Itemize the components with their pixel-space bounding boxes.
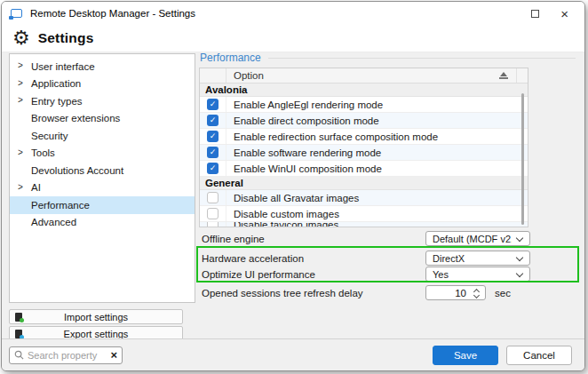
- export-settings-label: Export settings: [64, 329, 129, 339]
- table-scrollbar[interactable]: [521, 93, 524, 225]
- group-header-avalonia: Avalonia: [200, 84, 528, 97]
- option-column-header: Option: [226, 70, 264, 81]
- chevron-down-icon: [516, 254, 523, 261]
- checkbox-checked-icon[interactable]: ✓: [207, 163, 219, 174]
- gear-icon: ⚙: [12, 28, 30, 48]
- table-row[interactable]: Disable all Gravatar images: [200, 190, 528, 206]
- table-row[interactable]: ✓Enable direct composition mode: [200, 113, 528, 129]
- search-box[interactable]: ×: [9, 346, 123, 364]
- refresh-delay-unit: sec: [495, 288, 511, 298]
- option-label: Enable direct composition mode: [226, 115, 379, 126]
- chevron-right-icon: >: [18, 182, 23, 192]
- option-label: Disable all Gravatar images: [226, 193, 359, 203]
- hardware-acceleration-select[interactable]: DirectX: [425, 251, 530, 266]
- optimize-ui-performance-value: Yes: [433, 269, 449, 280]
- window-controls: ×: [531, 7, 577, 20]
- section-title: Performance: [200, 52, 261, 64]
- checkbox-cell: ✓: [200, 161, 226, 176]
- sidebar-item-label: Performance: [31, 200, 90, 211]
- option-label: Enable WinUI composition mode: [226, 163, 382, 174]
- offline-engine-value: Default (MCDF v2.0): [433, 234, 512, 244]
- spinner-arrows-icon[interactable]: [473, 287, 481, 299]
- maximize-icon: [531, 10, 539, 18]
- sidebar-item-devolutions-account[interactable]: Devolutions Account: [10, 162, 195, 179]
- sidebar-item-application[interactable]: >Application: [10, 76, 195, 93]
- clear-search-icon[interactable]: ×: [110, 349, 117, 361]
- option-label: Disable favicon images: [226, 222, 338, 227]
- sidebar-item-tools[interactable]: >Tools: [10, 145, 195, 163]
- refresh-delay-input[interactable]: [434, 286, 468, 299]
- options-table-header[interactable]: Option: [200, 68, 528, 84]
- settings-tree: >User interface>Application>Entry typesB…: [9, 53, 195, 303]
- sidebar-item-label: Advanced: [31, 217, 76, 227]
- checkbox-column-spacer: [200, 68, 226, 83]
- sidebar-item-label: Security: [31, 131, 68, 141]
- checkbox-checked-icon[interactable]: ✓: [207, 131, 219, 142]
- chevron-right-icon: >: [18, 147, 23, 157]
- sidebar-item-ai[interactable]: >AI: [10, 179, 195, 197]
- table-row[interactable]: ✓Enable AngleEgl rendering mode: [200, 97, 528, 113]
- option-label: Enable AngleEgl rendering mode: [226, 99, 383, 110]
- sidebar-item-label: Application: [31, 78, 81, 89]
- sidebar-item-label: User interface: [31, 61, 95, 72]
- optimize-ui-performance-label: Optimize UI performance: [202, 269, 315, 280]
- table-row[interactable]: Disable custom images: [200, 206, 528, 222]
- sidebar-item-label: Entry types: [31, 96, 83, 107]
- offline-engine-select[interactable]: Default (MCDF v2.0): [425, 231, 530, 246]
- options-table-body: Avalonia✓Enable AngleEgl rendering mode✓…: [200, 84, 528, 227]
- chevron-down-icon: [516, 235, 523, 242]
- close-button[interactable]: ×: [560, 7, 568, 20]
- search-icon: [14, 350, 24, 360]
- sidebar-item-advanced[interactable]: Advanced: [10, 214, 195, 232]
- chevron-down-icon: [516, 270, 523, 277]
- hardware-acceleration-value: DirectX: [433, 253, 465, 264]
- sidebar-item-label: AI: [31, 182, 41, 193]
- sidebar-item-label: Tools: [31, 147, 55, 158]
- group-header-label: Avalonia: [205, 84, 248, 95]
- page-header: ⚙ Settings: [2, 25, 584, 52]
- table-row[interactable]: Disable favicon images: [200, 222, 528, 227]
- checkbox-cell: ✓: [200, 129, 226, 144]
- sidebar-item-entry-types[interactable]: >Entry types: [10, 92, 195, 110]
- offline-engine-label: Offline engine: [202, 234, 265, 244]
- export-icon: [15, 330, 22, 338]
- group-header-label: General: [205, 178, 243, 188]
- section-header: Performance: [200, 52, 576, 64]
- sidebar-item-security[interactable]: Security: [10, 127, 195, 145]
- import-settings-button[interactable]: Import settings: [9, 309, 183, 324]
- checkbox-cell: [200, 190, 226, 205]
- option-label: Enable redirection surface composition m…: [226, 131, 438, 142]
- checkbox-unchecked-icon[interactable]: [207, 222, 219, 227]
- checkbox-checked-icon[interactable]: ✓: [207, 99, 219, 110]
- sidebar-item-browser-extensions[interactable]: Browser extensions: [10, 110, 195, 128]
- optimize-ui-performance-select[interactable]: Yes: [425, 267, 530, 282]
- option-label: Disable custom images: [226, 209, 339, 219]
- options-table: Option Avalonia✓Enable AngleEgl renderin…: [199, 68, 528, 227]
- checkbox-cell: [200, 206, 226, 221]
- table-row[interactable]: ✓Enable redirection surface composition …: [200, 129, 528, 145]
- table-row[interactable]: ✓Enable software rendering mode: [200, 145, 528, 161]
- chevron-right-icon: >: [18, 78, 23, 88]
- checkbox-unchecked-icon[interactable]: [207, 208, 219, 219]
- sort-icon[interactable]: [499, 72, 508, 79]
- cancel-button[interactable]: Cancel: [506, 346, 572, 365]
- sidebar-item-performance[interactable]: Performance: [10, 196, 195, 214]
- save-button[interactable]: Save: [433, 346, 498, 365]
- maximize-button[interactable]: [531, 10, 539, 18]
- option-label: Enable software rendering mode: [226, 147, 381, 158]
- checkbox-checked-icon[interactable]: ✓: [207, 147, 219, 158]
- hardware-acceleration-label: Hardware acceleration: [202, 253, 304, 264]
- refresh-delay-label: Opened sessions tree refresh delay: [202, 288, 363, 298]
- refresh-delay-stepper[interactable]: [425, 285, 486, 300]
- checkbox-cell: ✓: [200, 113, 226, 128]
- checkbox-checked-icon[interactable]: ✓: [207, 115, 219, 126]
- title-bar: Remote Desktop Manager - Settings ×: [2, 2, 584, 25]
- chevron-right-icon: >: [18, 60, 23, 70]
- checkbox-unchecked-icon[interactable]: [207, 192, 219, 203]
- sidebar-item-user-interface[interactable]: >User interface: [10, 58, 195, 76]
- dialog-actions: Save Cancel: [433, 346, 572, 365]
- search-input[interactable]: [24, 349, 110, 362]
- table-row[interactable]: ✓Enable WinUI composition mode: [200, 161, 528, 177]
- section-divider: [268, 58, 576, 59]
- checkbox-cell: ✓: [200, 97, 226, 112]
